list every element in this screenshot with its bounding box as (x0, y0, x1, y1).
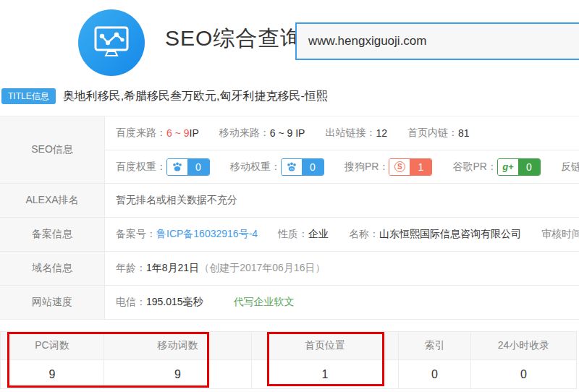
collection-24h-value: 0 (471, 360, 576, 388)
sogou-icon: S (389, 159, 410, 175)
google-pr: 谷歌PR： g+ 0 (452, 158, 540, 176)
baidu-weight-badge[interactable]: 0 (166, 158, 210, 176)
baidu-mobile-weight: 移动权重： m 0 (230, 158, 324, 176)
alexa-row: 暂无排名或相关数据不充分 (105, 184, 579, 217)
beian-group: 备案信息 备案号： 鲁ICP备16032916号-4 性质： 企业 名称： 山东… (0, 218, 579, 252)
index-value: 0 (399, 360, 471, 388)
col-index: 索引 (399, 332, 471, 359)
col-24h-collection: 24小时收录 (471, 332, 576, 359)
pc-words-value: 9 (1, 360, 104, 388)
row-label-beian: 备案信息 (0, 218, 105, 251)
alexa-group: ALEXA排名 暂无排名或相关数据不充分 (0, 184, 579, 218)
baidu-paw-icon (167, 159, 187, 175)
title-info-badge: TITLE信息 (1, 88, 56, 104)
beian-row: 备案号： 鲁ICP备16032916号-4 性质： 企业 名称： 山东恒熙国际信… (105, 218, 579, 251)
domain-query-input[interactable] (295, 22, 579, 60)
monitor-chart-icon (89, 19, 134, 67)
col-pc-words: PC词数 (1, 332, 104, 359)
beian-number-link[interactable]: 鲁ICP备16032916号-4 (156, 228, 258, 241)
svg-text:m: m (290, 167, 294, 171)
telecom-speed: 电信： 195.015毫秒 (116, 296, 203, 309)
google-plus-icon: g+ (498, 159, 518, 175)
domain-group: 域名信息 年龄： 1年8月21日 （创建于2017年06月16日） (0, 252, 579, 286)
seo-info-table: SEO信息 百度来路： 6 ~ 9 IP 移动来路： 6 ~ 9 IP 出站链接… (0, 116, 579, 320)
sogou-pr: 搜狗PR： S 1 (345, 158, 432, 176)
beian-number: 备案号： 鲁ICP备16032916号-4 (116, 228, 258, 241)
row-label-seo: SEO信息 (0, 116, 105, 183)
alexa-no-data-text: 暂无排名或相关数据不充分 (116, 194, 237, 207)
baidu-traffic: 百度来路： 6 ~ 9 IP (116, 127, 199, 140)
title-info-bar: TITLE信息 奥地利移民,希腊移民叁万欧元,匈牙利捷克移民-恒熙 (1, 88, 328, 104)
mobile-words-value: 9 (104, 360, 252, 388)
baidu-mobile-weight-badge[interactable]: m 0 (281, 158, 324, 176)
row-label-domain: 域名信息 (0, 252, 105, 285)
traffic-row: 百度来路： 6 ~ 9 IP 移动来路： 6 ~ 9 IP 出站链接： 12 首… (105, 116, 579, 150)
ad-link[interactable]: 代写企业软文 (234, 296, 295, 309)
row-label-alexa: ALEXA排名 (0, 184, 105, 217)
keyword-summary-table: PC词数 移动词数 首页位置 索引 24小时收录 9 9 1 0 0 (0, 331, 577, 389)
beian-company-name: 名称： 山东恒熙国际信息咨询有限公司 (349, 228, 521, 241)
domain-age: 年龄： 1年8月21日 （创建于2017年06月16日） (116, 262, 325, 275)
weight-row: 百度权重： 0 移动权重： (105, 150, 579, 183)
summary-value-row: 9 9 1 0 0 (1, 359, 576, 388)
seo-tool-logo (78, 9, 145, 76)
mobile-traffic: 移动来路： 6 ~ 9 IP (219, 127, 305, 140)
seo-info-group: SEO信息 百度来路： 6 ~ 9 IP 移动来路： 6 ~ 9 IP 出站链接… (0, 116, 579, 184)
site-title-text: 奥地利移民,希腊移民叁万欧元,匈牙利捷克移民-恒熙 (63, 89, 328, 104)
backlinks: 反链： 0 (561, 161, 579, 174)
page-title: SEO综合查询 (165, 24, 303, 54)
sogou-pr-badge[interactable]: S 1 (389, 158, 432, 176)
beian-audit-time: 审核时间： (541, 228, 579, 241)
col-homepage-position: 首页位置 (252, 332, 399, 359)
speed-row: 电信： 195.015毫秒 代写企业软文 (105, 286, 579, 319)
speed-group: 网站速度 电信： 195.015毫秒 代写企业软文 (0, 286, 579, 320)
row-label-speed: 网站速度 (0, 286, 105, 319)
domain-row: 年龄： 1年8月21日 （创建于2017年06月16日） (105, 252, 579, 285)
google-pr-badge[interactable]: g+ 0 (497, 158, 541, 176)
summary-header-row: PC词数 移动词数 首页位置 索引 24小时收录 (1, 332, 576, 359)
homepage-internal-links: 首页内链： 81 (407, 127, 470, 140)
beian-nature: 性质： 企业 (278, 228, 329, 241)
col-mobile-words: 移动词数 (104, 332, 252, 359)
outbound-links: 出站链接： 12 (325, 127, 387, 140)
homepage-position-value: 1 (252, 360, 399, 388)
baidu-mobile-paw-icon: m (282, 159, 302, 175)
baidu-pc-weight: 百度权重： 0 (116, 158, 210, 176)
